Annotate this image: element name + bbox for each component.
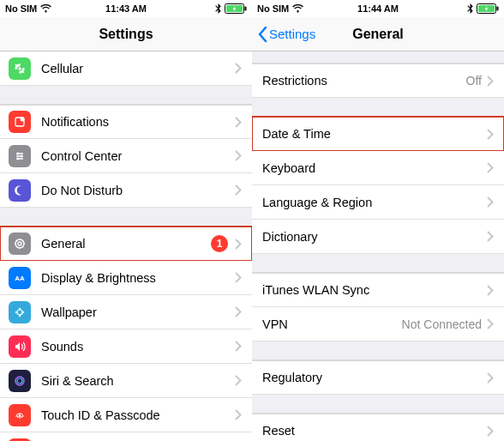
settings-screen: No SIM 11:43 AM Settings Cellular bbox=[0, 0, 252, 441]
battery-icon bbox=[477, 3, 499, 14]
row-label: Dictionary bbox=[262, 230, 487, 244]
chevron-right-icon bbox=[235, 375, 242, 386]
chevron-right-icon bbox=[235, 63, 242, 74]
row-label: iTunes WLAN Sync bbox=[262, 283, 487, 297]
chevron-right-icon bbox=[487, 318, 494, 329]
chevron-right-icon bbox=[235, 117, 242, 128]
chevron-right-icon bbox=[487, 285, 494, 296]
chevron-right-icon bbox=[235, 409, 242, 420]
row-regulatory[interactable]: Regulatory bbox=[252, 360, 504, 395]
siri-icon bbox=[9, 370, 31, 392]
row-reset[interactable]: Reset bbox=[252, 414, 504, 441]
wallpaper-icon bbox=[9, 301, 31, 323]
row-label: Wallpaper bbox=[41, 305, 235, 319]
display-icon: AA bbox=[9, 267, 31, 289]
row-label: Sounds bbox=[41, 340, 235, 353]
svg-text:AA: AA bbox=[15, 275, 25, 282]
status-bar: No SIM 11:44 AM bbox=[252, 0, 504, 17]
status-bar: No SIM 11:43 AM bbox=[0, 0, 252, 17]
gear-icon bbox=[9, 233, 31, 255]
row-cellular[interactable]: Cellular bbox=[0, 51, 252, 86]
back-label: Settings bbox=[269, 27, 315, 41]
status-time: 11:43 AM bbox=[82, 3, 170, 14]
chevron-right-icon bbox=[235, 341, 242, 352]
row-label: Regulatory bbox=[262, 371, 487, 384]
row-wallpaper[interactable]: Wallpaper bbox=[0, 295, 252, 329]
notifications-icon bbox=[9, 111, 31, 133]
settings-list[interactable]: Cellular Notifications Control Center Do… bbox=[0, 51, 252, 441]
row-do-not-disturb[interactable]: Do Not Disturb bbox=[0, 173, 252, 208]
row-display-brightness[interactable]: AA Display & Brightness bbox=[0, 261, 252, 295]
svg-point-10 bbox=[18, 242, 21, 245]
sounds-icon bbox=[9, 335, 31, 358]
chevron-right-icon bbox=[235, 150, 242, 161]
row-label: Notifications bbox=[41, 115, 235, 129]
svg-point-7 bbox=[21, 154, 23, 157]
row-label: Date & Time bbox=[262, 127, 487, 141]
row-itunes-wlan-sync[interactable]: iTunes WLAN Sync bbox=[252, 273, 504, 307]
chevron-right-icon bbox=[487, 196, 494, 208]
status-time: 11:44 AM bbox=[334, 3, 422, 14]
row-label: Restrictions bbox=[262, 74, 466, 88]
svg-point-8 bbox=[17, 157, 20, 160]
chevron-right-icon bbox=[235, 306, 242, 317]
chevron-right-icon bbox=[487, 426, 494, 437]
cellular-icon bbox=[9, 57, 31, 80]
nav-bar: Settings bbox=[0, 17, 252, 51]
general-screen: No SIM 11:44 AM Settings General Restric… bbox=[252, 0, 504, 441]
chevron-right-icon bbox=[487, 231, 494, 242]
battery-icon bbox=[225, 3, 247, 14]
svg-rect-3 bbox=[19, 67, 21, 69]
row-label: VPN bbox=[262, 317, 402, 331]
chevron-right-icon bbox=[487, 76, 494, 87]
svg-rect-2 bbox=[245, 7, 247, 11]
wifi-icon bbox=[40, 4, 51, 13]
svg-point-6 bbox=[17, 152, 20, 154]
svg-point-18 bbox=[17, 378, 22, 384]
row-emergency-sos[interactable]: SOS Emergency SOS bbox=[0, 432, 252, 441]
back-button[interactable]: Settings bbox=[257, 26, 315, 43]
row-date-time[interactable]: Date & Time bbox=[252, 117, 504, 151]
row-keyboard[interactable]: Keyboard bbox=[252, 151, 504, 185]
carrier-text: No SIM bbox=[257, 3, 289, 14]
fingerprint-icon bbox=[9, 404, 31, 426]
row-siri-search[interactable]: Siri & Search bbox=[0, 364, 252, 398]
row-restrictions[interactable]: Restrictions Off bbox=[252, 63, 504, 98]
nav-title: Settings bbox=[99, 27, 153, 42]
row-label: Do Not Disturb bbox=[41, 184, 235, 197]
row-label: Keyboard bbox=[262, 161, 487, 175]
bluetooth-icon bbox=[467, 3, 473, 14]
row-notifications[interactable]: Notifications bbox=[0, 105, 252, 139]
row-label: Language & Region bbox=[262, 196, 487, 209]
row-dictionary[interactable]: Dictionary bbox=[252, 220, 504, 254]
row-label: Touch ID & Passcode bbox=[41, 408, 235, 422]
nav-bar: Settings General bbox=[252, 17, 504, 51]
svg-point-13 bbox=[19, 307, 21, 309]
row-label: Display & Brightness bbox=[41, 271, 235, 285]
nav-title: General bbox=[352, 27, 404, 42]
moon-icon bbox=[9, 179, 31, 202]
row-vpn[interactable]: VPN Not Connected bbox=[252, 307, 504, 341]
svg-point-14 bbox=[22, 311, 24, 312]
chevron-right-icon bbox=[235, 239, 242, 250]
row-touch-id-passcode[interactable]: Touch ID & Passcode bbox=[0, 398, 252, 432]
row-language-region[interactable]: Language & Region bbox=[252, 185, 504, 220]
row-control-center[interactable]: Control Center bbox=[0, 139, 252, 173]
row-label: Control Center bbox=[41, 149, 235, 163]
row-label: General bbox=[41, 237, 211, 251]
chevron-right-icon bbox=[487, 129, 494, 140]
carrier-text: No SIM bbox=[5, 3, 37, 14]
sos-icon: SOS bbox=[9, 438, 31, 442]
row-sounds[interactable]: Sounds bbox=[0, 329, 252, 364]
row-general[interactable]: General 1 bbox=[0, 227, 252, 261]
svg-rect-25 bbox=[497, 7, 499, 11]
control-center-icon bbox=[9, 145, 31, 167]
general-list[interactable]: Restrictions Off Date & Time Keyboard La… bbox=[252, 51, 504, 441]
row-label: Cellular bbox=[41, 62, 235, 76]
row-value: Not Connected bbox=[402, 317, 482, 331]
wifi-icon bbox=[292, 4, 303, 13]
svg-point-15 bbox=[19, 314, 21, 316]
chevron-right-icon bbox=[487, 372, 494, 384]
bluetooth-icon bbox=[215, 3, 221, 14]
svg-point-12 bbox=[17, 310, 22, 315]
